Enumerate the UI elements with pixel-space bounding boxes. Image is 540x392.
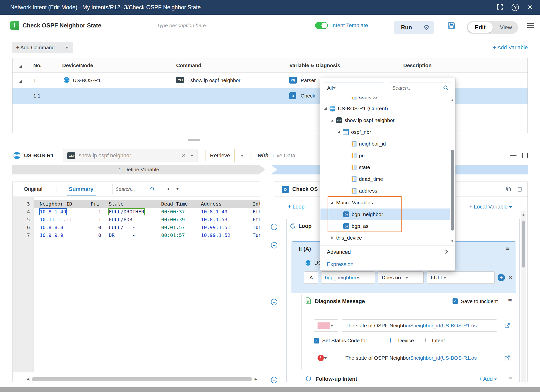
tree-item-show ip ospf neighbor[interactable]: show ip ospf neighbor bbox=[320, 114, 450, 126]
status-code-dropdown[interactable]: ! bbox=[314, 352, 338, 364]
tree-item-state[interactable]: state bbox=[320, 161, 450, 173]
expander-collapsed-icon[interactable] bbox=[330, 236, 334, 240]
tree-item-address[interactable]: address bbox=[320, 97, 450, 103]
condition-value-dropdown[interactable]: FULL bbox=[427, 271, 495, 284]
collapse-diagnosis-button[interactable]: − bbox=[271, 299, 277, 305]
add-variable-link[interactable]: + Add Variable bbox=[489, 42, 528, 53]
result-search-input[interactable] bbox=[115, 186, 150, 192]
command-select[interactable]: CLI show ip ospf neighbor ✕ bbox=[63, 149, 197, 162]
close-icon[interactable]: ✕ bbox=[527, 4, 533, 11]
device-radio[interactable] bbox=[390, 338, 391, 343]
tab-original[interactable]: Original bbox=[24, 182, 42, 196]
add-command-caret-icon[interactable] bbox=[60, 47, 73, 49]
diagnosis-message-input[interactable]: The state of OSPF Neighbor $neighbor_id(… bbox=[342, 319, 497, 332]
state-value[interactable]: FULL/DROTHER bbox=[109, 209, 144, 215]
remove-condition-icon[interactable]: ✕ bbox=[508, 271, 513, 284]
restore-icon[interactable] bbox=[522, 153, 528, 158]
loop-menu-icon[interactable]: ≡ bbox=[508, 223, 512, 229]
scrollbar-thumb[interactable] bbox=[32, 377, 252, 381]
condition-variable-dropdown[interactable]: bgp_neighbor bbox=[321, 271, 375, 284]
tree-item-pri[interactable]: pri bbox=[320, 150, 450, 161]
external-link-icon[interactable] bbox=[504, 355, 510, 362]
scroll-up-icon[interactable]: ▲ bbox=[522, 213, 525, 216]
expander-open-icon[interactable] bbox=[330, 201, 334, 205]
expander-open-icon[interactable] bbox=[337, 130, 341, 134]
scrollbar-thumb[interactable] bbox=[522, 221, 525, 268]
command-select-caret-icon[interactable] bbox=[190, 155, 193, 157]
tree-item-US-BOS-R1 (Current)[interactable]: US-BOS-R1 (Current) bbox=[320, 103, 450, 114]
neighbor-id-value[interactable]: 10.8.8.8 bbox=[40, 224, 63, 230]
expander-open-icon[interactable] bbox=[324, 107, 328, 110]
menu-icon[interactable] bbox=[527, 23, 534, 28]
run-settings-gear-icon[interactable]: ⚙ bbox=[419, 21, 434, 34]
condition-operator-dropdown[interactable]: Does no... bbox=[378, 271, 424, 284]
copy-icon[interactable] bbox=[506, 186, 512, 193]
save-to-incident-checkbox[interactable]: ✓ bbox=[453, 298, 458, 304]
step-define-variable[interactable]: 1. Define Variable bbox=[12, 165, 265, 174]
result-search[interactable] bbox=[112, 184, 162, 194]
state-value[interactable]: DR bbox=[109, 232, 115, 238]
tree-item-dead_time[interactable]: dead_time bbox=[320, 173, 450, 185]
popup-scrollbar[interactable]: ▲ ▼ bbox=[450, 98, 455, 245]
expander-open-icon[interactable] bbox=[330, 118, 334, 122]
collapse-followup-button[interactable]: − bbox=[271, 377, 277, 383]
severity-color-dropdown[interactable] bbox=[314, 319, 338, 332]
scroll-left-icon[interactable]: ◀ bbox=[27, 376, 29, 382]
save-icon[interactable] bbox=[447, 21, 456, 31]
tree-item-bgp_as[interactable]: bgp_as bbox=[320, 220, 450, 232]
scroll-right-icon[interactable]: ▶ bbox=[255, 376, 257, 382]
add-condition-icon[interactable]: + bbox=[498, 274, 505, 281]
expression-item[interactable]: Expression bbox=[320, 258, 455, 270]
followup-add-button[interactable]: + Add bbox=[479, 372, 497, 382]
collapse-loop-button[interactable]: − bbox=[271, 224, 277, 230]
tree-item-ospf_nbr[interactable]: ospf_nbr bbox=[320, 126, 450, 138]
run-button[interactable]: Run bbox=[394, 21, 419, 34]
add-local-variable-button[interactable]: + Local Variable bbox=[469, 202, 512, 212]
tree-item-Macro Variables[interactable]: Macro Variables bbox=[320, 197, 450, 208]
set-status-checkbox[interactable]: ✓ bbox=[314, 338, 319, 343]
scroll-up-icon[interactable]: ▲ bbox=[451, 98, 454, 102]
popup-search-input[interactable] bbox=[392, 85, 434, 91]
followup-menu-icon[interactable]: ≡ bbox=[509, 376, 512, 382]
tree-item-neighbor_id[interactable]: neighbor_id bbox=[320, 138, 450, 150]
prev-match-icon[interactable]: ▲ bbox=[166, 182, 171, 196]
horizontal-scrollbar[interactable]: ◀ ▶ bbox=[25, 376, 259, 382]
collapse-if-button[interactable]: − bbox=[271, 242, 277, 248]
next-match-icon[interactable]: ▼ bbox=[175, 182, 180, 196]
if-menu-icon[interactable]: ≡ bbox=[506, 245, 510, 251]
state-value[interactable]: FULL/ bbox=[109, 224, 123, 230]
clear-icon[interactable]: ✕ bbox=[182, 152, 186, 159]
neighbor-id-value[interactable]: 10.11.11.11 bbox=[40, 217, 72, 222]
view-tab[interactable]: View bbox=[494, 21, 518, 34]
advanced-item[interactable]: Advanced bbox=[320, 245, 455, 258]
tree-item-bgp_neighbor[interactable]: bgp_neighbor bbox=[320, 208, 450, 220]
add-command-button[interactable]: + Add Command bbox=[12, 42, 73, 53]
neighbor-id-value[interactable]: 10.9.9.9 bbox=[40, 232, 63, 238]
description-input[interactable] bbox=[157, 21, 262, 30]
retrieve-button[interactable]: Retrieve bbox=[206, 152, 234, 159]
neighbor-id-value[interactable]: 10.8.1.49 bbox=[40, 209, 66, 215]
popup-search[interactable] bbox=[389, 83, 451, 93]
status-message-input[interactable]: The state of OSPF Neighbor $neighbor_id(… bbox=[342, 352, 497, 364]
diagnosis-menu-icon[interactable]: ≡ bbox=[508, 297, 512, 304]
state-value[interactable]: FULL/BDR bbox=[109, 217, 132, 222]
intent-template-toggle[interactable] bbox=[315, 22, 328, 29]
intent-radio[interactable] bbox=[425, 338, 426, 343]
retrieve-caret-icon[interactable] bbox=[234, 149, 250, 162]
row-expander-icon[interactable] bbox=[19, 78, 22, 84]
minimize-icon[interactable] bbox=[510, 155, 516, 156]
splitter-handle[interactable] bbox=[188, 139, 200, 141]
fullscreen-icon[interactable] bbox=[497, 4, 503, 11]
external-link-icon[interactable] bbox=[504, 322, 510, 330]
scroll-down-icon[interactable]: ▼ bbox=[451, 239, 454, 243]
edit-tab[interactable]: Edit bbox=[468, 22, 493, 33]
tab-summary[interactable]: Summary bbox=[69, 182, 93, 196]
paste-icon[interactable] bbox=[517, 186, 523, 193]
help-icon[interactable]: ? bbox=[512, 4, 519, 11]
add-loop-button[interactable]: + Loop bbox=[288, 202, 305, 212]
tree-item-this_device[interactable]: this_device bbox=[320, 232, 450, 244]
scrollbar-thumb[interactable] bbox=[451, 150, 454, 231]
vertical-scrollbar[interactable]: ▲ bbox=[521, 211, 526, 382]
filter-dropdown[interactable]: All bbox=[324, 83, 384, 93]
tree-item-address[interactable]: address bbox=[320, 185, 450, 197]
